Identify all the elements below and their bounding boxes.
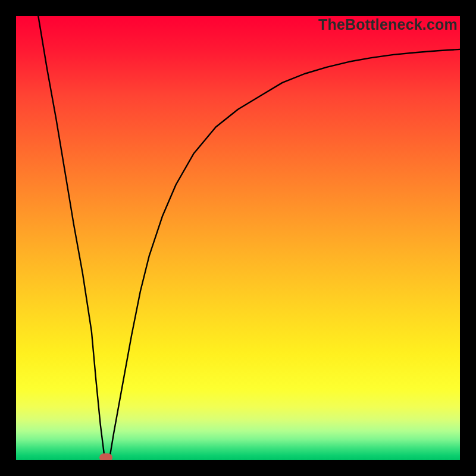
chart-frame: TheBottleneck.com <box>0 0 476 476</box>
bottleneck-curve <box>16 16 460 460</box>
plot-area: TheBottleneck.com <box>16 16 460 460</box>
optimal-point-marker <box>99 453 112 460</box>
watermark-text: TheBottleneck.com <box>318 16 458 33</box>
